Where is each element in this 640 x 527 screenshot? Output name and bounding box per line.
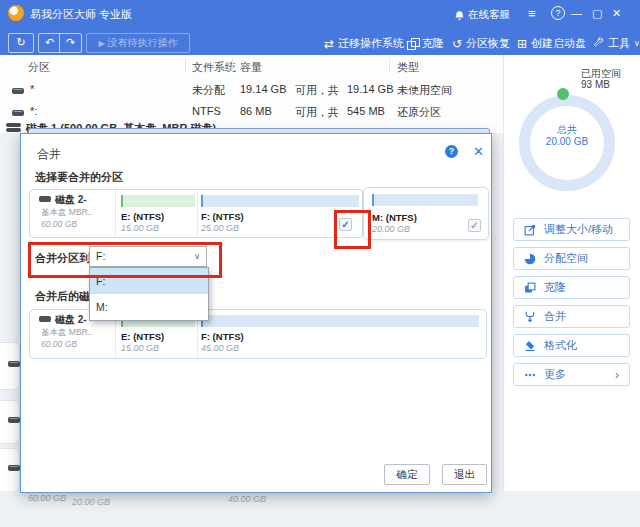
dialog-help-icon[interactable]: ?: [445, 145, 458, 158]
disk-icon: [12, 110, 24, 116]
used-space-dot: [557, 88, 569, 100]
merge-icon: [524, 311, 536, 323]
undo-button[interactable]: ↶: [38, 33, 60, 53]
toolbar-clone[interactable]: 克隆: [407, 36, 444, 51]
partition-checkbox-M[interactable]: ✓: [468, 219, 481, 232]
sidebar-button-more[interactable]: 更多 ›: [513, 363, 630, 386]
dialog-close-icon[interactable]: ✕: [473, 145, 484, 158]
partition-recovery-icon: ↺: [452, 37, 462, 51]
partition-bar-logical: [121, 195, 195, 207]
title-toolbar-area: 易我分区大师 专业版 在线客服 ≡ ? — ▢ ✕ ↻ ↶ ↷ ▶ 没有待执行操…: [0, 0, 640, 55]
background-size-label: 20.00 GB: [72, 497, 110, 507]
dropdown-option-M[interactable]: M:: [90, 294, 208, 320]
row-capacity-mid: 可用，共: [295, 83, 339, 98]
donut-total-label: 总共: [519, 123, 615, 137]
bell-icon[interactable]: [454, 8, 465, 26]
sidebar-button-label: 调整大小/移动: [544, 222, 613, 237]
partition-size: 45.00 GB: [201, 343, 239, 353]
row-type: 未使用空间: [397, 83, 452, 98]
source-disk-size: 60.00 GB: [41, 219, 77, 229]
app-logo-icon: [8, 5, 24, 21]
partition-size: 25.00 GB: [201, 223, 239, 233]
col-header-partition: 分区: [28, 60, 50, 75]
row-capacity-used: 86 MB: [240, 105, 272, 117]
ok-button[interactable]: 确定: [384, 464, 430, 485]
play-icon: ▶: [99, 39, 105, 48]
source-disk-kind: 基本盘 MBR..: [41, 207, 92, 219]
result-disk-size: 60.00 GB: [41, 339, 77, 349]
dialog-title: 合并: [37, 146, 61, 163]
result-disk-name: 磁盘 2-: [55, 313, 87, 327]
sidebar-button-allocate-space[interactable]: 分配空间: [513, 247, 630, 270]
source-partition-M[interactable]: M: (NTFS) 20.00 GB ✓: [363, 187, 489, 240]
disk-icon: [12, 88, 24, 94]
col-header-filesystem: 文件系统: [192, 60, 236, 75]
toolbar-partition-recovery-label: 分区恢复: [466, 36, 510, 51]
row-capacity-total: 19.14 GB: [347, 83, 393, 95]
format-icon: [524, 340, 536, 352]
background-disk-box: [0, 448, 20, 492]
app-window: 易我分区大师 专业版 在线客服 ≡ ? — ▢ ✕ ↻ ↶ ↷ ▶ 没有待执行操…: [0, 0, 640, 527]
toolbar-create-boot-disk[interactable]: ⊞ 创建启动盘: [517, 36, 586, 51]
partition-bar-primary: [372, 194, 478, 206]
partition-size: 15.00 GB: [121, 343, 159, 353]
toolbar-tools[interactable]: 工具 ∨: [593, 36, 640, 51]
used-space-value: 93 MB: [581, 79, 610, 90]
close-button[interactable]: ✕: [612, 7, 621, 20]
partition-bar-primary: [201, 315, 479, 327]
toolbar-partition-recovery[interactable]: ↺ 分区恢复: [452, 36, 510, 51]
online-service-button[interactable]: 在线客服: [468, 8, 510, 22]
partition-label: M: (NTFS): [372, 212, 417, 223]
partition-size: 15.00 GB: [121, 223, 159, 233]
disk-icon: [39, 316, 51, 322]
disk-icon: [39, 196, 51, 202]
maximize-button[interactable]: ▢: [592, 7, 602, 20]
background-disk-box: [0, 342, 20, 390]
toolbar-clone-label: 克隆: [422, 36, 444, 51]
chevron-right-icon: ›: [615, 368, 619, 382]
select-partitions-section-label: 选择要合并的分区: [35, 170, 123, 185]
partition-bar-primary: [201, 195, 359, 207]
col-header-type: 类型: [397, 60, 419, 75]
sidebar-button-label: 克隆: [544, 280, 566, 295]
help-icon[interactable]: ?: [551, 6, 565, 20]
refresh-button[interactable]: ↻: [8, 33, 34, 53]
toolbar-create-boot-disk-label: 创建启动盘: [531, 36, 586, 51]
row-capacity-used: 19.14 GB: [240, 83, 286, 95]
merge-dialog: 合并 ? ✕ 选择要合并的分区 磁盘 2- 基本盘 MBR.. 60.00 GB…: [20, 133, 492, 493]
result-disk-kind: 基本盘 MBR..: [41, 327, 92, 339]
tools-wrench-icon: [593, 37, 604, 50]
clone-icon: [524, 282, 536, 294]
row-capacity-mid: 可用，共: [295, 105, 339, 120]
operation-list-icon[interactable]: ≡: [528, 6, 536, 21]
toolbar-tools-label: 工具: [608, 36, 630, 51]
toolbar-migrate-os[interactable]: ⇄ 迁移操作系统: [324, 36, 404, 51]
resize-move-icon: [524, 224, 536, 236]
annotation-box-merge-to: [28, 242, 222, 278]
sidebar-button-label: 分配空间: [544, 251, 588, 266]
sidebar-button-label: 格式化: [544, 338, 577, 353]
annotation-box-checkbox: [334, 210, 371, 249]
row-partition-name: *: [30, 83, 34, 95]
pending-operations-button[interactable]: ▶ 没有待执行操作: [86, 33, 190, 53]
row-type: 还原分区: [397, 105, 441, 120]
exit-button[interactable]: 退出: [442, 464, 487, 485]
donut-total-value: 20.00 GB: [519, 136, 615, 147]
sidebar-button-format[interactable]: 格式化: [513, 334, 630, 357]
row-filesystem: NTFS: [192, 105, 221, 117]
background-size-label: 60.00 GB: [28, 493, 66, 503]
partition-size: 20.00 GB: [372, 224, 410, 234]
sidebar-button-clone[interactable]: 克隆: [513, 276, 630, 299]
row-capacity-total: 545 MB: [347, 105, 385, 117]
sidebar-button-label: 合并: [544, 309, 566, 324]
allocate-space-icon: [524, 253, 536, 265]
redo-button[interactable]: ↷: [59, 33, 82, 53]
background-disk-box: [0, 400, 20, 444]
migrate-os-icon: ⇄: [324, 37, 334, 51]
partition-label: E: (NTFS): [121, 331, 164, 342]
sidebar-button-merge[interactable]: 合并: [513, 305, 630, 328]
bottom-strip: 60.00 GB 20.00 GB 40.00 GB 主分区 逻辑分区 简单卷 …: [0, 491, 640, 527]
sidebar: 已用空间 93 MB 总共 20.00 GB 调整大小/移动 分配空间 克隆 合…: [503, 55, 640, 491]
minimize-button[interactable]: —: [571, 7, 582, 19]
sidebar-button-resize-move[interactable]: 调整大小/移动: [513, 218, 630, 241]
